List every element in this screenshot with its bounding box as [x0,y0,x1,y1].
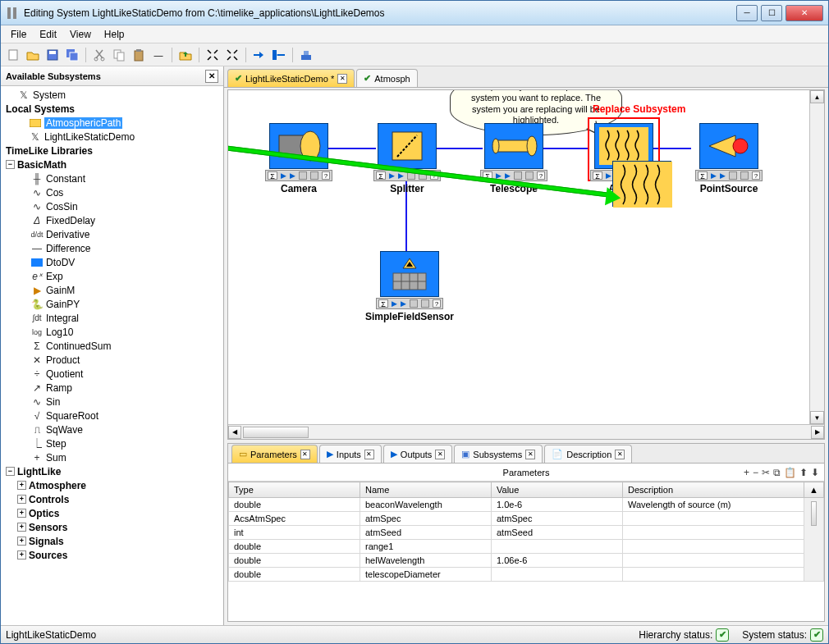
expand-icon[interactable] [223,46,241,64]
col-type[interactable]: Type [229,482,360,498]
collapse-icon[interactable] [204,46,222,64]
table-row[interactable]: doublebeaconWavelength1.0e-6Wavelength o… [229,498,824,512]
tab-close-icon[interactable]: ✕ [525,450,535,459]
tree-item[interactable]: +Atmosphere [2,478,223,492]
scroll-up-icon[interactable]: ▲ [810,90,824,103]
node-ports[interactable]: Σ▶▶? [376,298,443,309]
folder-up-icon[interactable] [176,46,195,64]
tree-item[interactable]: +Signals [2,534,223,548]
sidebar-close-icon[interactable]: ✕ [205,70,218,83]
tree-local-systems[interactable]: Local Systems [2,102,223,116]
tree-basicmath[interactable]: −BasicMath [2,158,223,171]
subsystem-icon[interactable] [297,46,315,64]
output-icon[interactable] [270,46,288,64]
tab-close-icon[interactable]: ✕ [364,450,374,459]
col-value[interactable]: Value [492,482,623,498]
tree-item[interactable]: d/dtDerivative [2,227,223,241]
dragged-subsystem[interactable] [612,161,671,207]
tree-item[interactable]: ▶GainM [2,283,223,297]
tree-item[interactable]: +Sum [2,450,223,464]
remove-icon[interactable]: − [753,467,758,478]
scroll-left-icon[interactable]: ◀ [228,426,241,439]
input-icon[interactable] [250,46,268,64]
move-up-icon[interactable]: ⬆ [799,467,808,478]
add-icon[interactable]: + [744,467,749,478]
tree-item[interactable]: ΔFixedDelay [2,213,223,227]
delete-icon[interactable]: — [149,46,167,64]
save-all-icon[interactable] [63,46,81,64]
tab-description[interactable]: 📄Description✕ [544,445,632,463]
tree-lightlike[interactable]: −LightLike [2,464,223,478]
tree-atmosphericpath[interactable]: AtmosphericPath [2,116,223,130]
tree-item[interactable]: ⎿Step [2,436,223,450]
table-scroll-up-icon[interactable]: ▲ [804,482,824,498]
new-icon[interactable] [4,46,22,64]
vertical-scrollbar[interactable]: ▲ ▼ [809,90,824,424]
copy-icon[interactable]: ⧉ [773,467,781,478]
tab-close-icon[interactable]: ✕ [435,450,445,459]
node-simplefieldsensor[interactable]: Σ▶▶? SimpleFieldSensor [364,251,455,322]
node-pointsource[interactable]: Σ▶▶? PointSource [689,123,768,194]
table-scrollbar[interactable] [804,498,824,582]
scroll-right-icon[interactable]: ▶ [811,426,824,439]
tab-parameters[interactable]: ▭Parameters✕ [231,445,318,463]
node-ports[interactable]: Σ▶▶? [265,170,332,181]
menu-edit[interactable]: Edit [33,27,63,42]
col-description[interactable]: Description [623,482,804,498]
subsystem-tree[interactable]: 𝕏System Local Systems AtmosphericPath 𝕏L… [1,86,223,625]
node-ports[interactable]: Σ▶▶? [695,170,763,181]
scroll-thumb[interactable] [243,427,309,438]
node-splitter[interactable]: Σ▶▶? Splitter [368,123,447,194]
tab-lightlikestaticdemo[interactable]: ✔LightLikeStaticDemo *✕ [227,69,355,87]
tree-item[interactable]: ∿Sin [2,395,223,409]
tab-atmosph[interactable]: ✔Atmosph [356,69,417,87]
save-icon[interactable] [44,46,62,64]
table-row[interactable]: doublerange1 [229,540,824,554]
tab-subsystems[interactable]: ▣Subsystems✕ [454,445,543,463]
tab-close-icon[interactable]: ✕ [615,450,625,459]
tree-item[interactable]: ⎍SqWave [2,422,223,436]
parameters-table[interactable]: Type Name Value Description ▲ doublebeac… [228,482,824,621]
tab-close-icon[interactable]: ✕ [300,450,310,459]
tree-item[interactable]: ΣContinuedSum [2,339,223,353]
tree-item[interactable]: ∿CosSin [2,199,223,213]
table-row[interactable]: doubletelescopeDiameter [229,568,824,582]
tree-item[interactable]: ∫dtIntegral [2,311,223,325]
close-button[interactable]: ✕ [785,5,823,21]
cut-icon[interactable]: ✂ [762,467,770,478]
tree-system[interactable]: 𝕏System [2,88,223,102]
tree-item[interactable]: DtoDV [2,255,223,269]
tab-outputs[interactable]: ▶Outputs✕ [383,445,453,463]
tree-timelike-libraries[interactable]: TimeLike Libraries [2,144,223,158]
minimize-button[interactable]: ─ [736,5,758,21]
collapse-icon[interactable]: − [6,467,15,476]
expand-icon[interactable]: + [17,495,26,504]
expand-icon[interactable]: + [17,523,26,532]
tab-inputs[interactable]: ▶Inputs✕ [319,445,382,463]
horizontal-scrollbar[interactable]: ◀ ▶ [228,424,824,439]
tree-item[interactable]: ∿Cos [2,185,223,199]
tab-close-icon[interactable]: ✕ [337,74,347,84]
menu-view[interactable]: View [63,27,98,42]
scroll-down-icon[interactable]: ▼ [810,411,824,424]
col-name[interactable]: Name [360,482,492,498]
tree-item[interactable]: logLog10 [2,325,223,339]
tree-lightlikestaticdemo[interactable]: 𝕏LightLikeStaticDemo [2,130,223,144]
collapse-icon[interactable]: − [6,160,15,169]
diagram-canvas[interactable]: ▲ ▼ Drop the System on top of the system… [228,90,824,424]
tree-item[interactable]: +Sources [2,548,223,562]
maximize-button[interactable]: ☐ [761,5,782,21]
tree-item[interactable]: +Sensors [2,520,223,534]
expand-icon[interactable]: + [17,537,26,546]
open-icon[interactable] [24,46,42,64]
expand-icon[interactable]: + [17,481,26,490]
tree-item[interactable]: ╫Constant [2,171,223,185]
paste-icon[interactable]: 📋 [784,467,796,478]
tree-item[interactable]: ↗Ramp [2,381,223,395]
copy-icon[interactable] [110,46,128,64]
tree-item[interactable]: —Difference [2,241,223,255]
tree-item[interactable]: √SquareRoot [2,409,223,422]
table-row[interactable]: AcsAtmSpecatmSpecatmSpec [229,512,824,526]
menu-help[interactable]: Help [98,27,131,42]
table-row[interactable]: doublehelWavelength1.06e-6 [229,554,824,568]
